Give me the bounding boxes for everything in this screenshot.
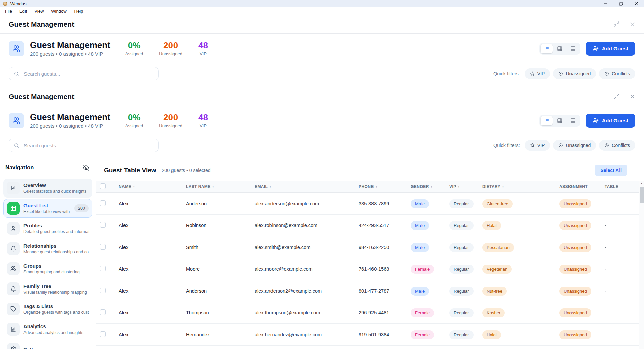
table-view-button[interactable] (567, 44, 579, 53)
guest-management-panel-2: Guest Management Guest Management 200 gu… (0, 88, 644, 160)
row-checkbox[interactable] (100, 200, 106, 206)
guest-table-section: Guest Table View 200 guests • 0 selected… (96, 160, 644, 349)
users-icon (7, 262, 20, 275)
menu-view[interactable]: View (31, 9, 47, 14)
row-checkbox[interactable] (100, 244, 106, 250)
cell-phone: 984-163-2250 (359, 245, 411, 250)
sidebar-item-groups[interactable]: Groups Smart grouping and clustering (3, 259, 92, 278)
scrollbar-thumb[interactable] (640, 187, 644, 203)
search-input[interactable] (9, 139, 159, 152)
table-row[interactable]: Alex Anderson alex.anderson@example.com … (96, 193, 644, 215)
table-row[interactable]: Alex Hernandez alex.hernandez@example.co… (96, 324, 644, 346)
vip-badge: Regular (449, 243, 474, 252)
column-header-assignment: ASSIGNMENT (559, 184, 605, 189)
gender-badge: Female (411, 308, 434, 317)
add-guest-button[interactable]: Add Guest (586, 42, 635, 56)
sidebar-item-settings[interactable]: Settings (3, 340, 92, 349)
column-header-phone[interactable]: PHONE↕ (359, 184, 411, 189)
collapse-panel-icon[interactable] (614, 21, 620, 27)
sidebar-item-tags-lists[interactable]: Tags & Lists Organize guests with tags a… (3, 300, 92, 318)
table-view-button[interactable] (567, 116, 579, 125)
cell-name: Alex (119, 201, 186, 206)
card-subtitle: 200 guests • 0 assigned • 48 VIP (30, 123, 110, 129)
column-header-last-name[interactable]: LAST NAME↕ (186, 184, 255, 189)
cell-email: alex.anderson2@example.com (255, 288, 359, 294)
column-header-gender[interactable]: GENDER↕ (411, 184, 449, 189)
minimize-button[interactable] (598, 0, 613, 7)
cell-last-name: Robinson (186, 223, 255, 228)
search-icon (14, 143, 19, 148)
vip-badge: Regular (449, 221, 474, 230)
sidebar-item-profiles[interactable]: Profiles Detailed guest profiles and inf… (3, 219, 92, 238)
menu-window[interactable]: Window (47, 9, 70, 14)
cell-last-name: Smith (186, 245, 255, 250)
dietary-badge: Pescatarian (482, 243, 514, 252)
table-row[interactable]: Alex Robinson alex.robinson@example.com … (96, 215, 644, 236)
table-view-title: Guest Table View (104, 167, 156, 174)
cell-name: Alex (119, 266, 186, 272)
cell-table: - (605, 332, 644, 337)
row-checkbox[interactable] (100, 331, 106, 337)
restore-button[interactable] (613, 0, 629, 7)
sidebar-item-analytics[interactable]: Analytics Advanced analytics and insight… (3, 320, 92, 339)
sort-icon: ↕ (376, 185, 378, 189)
sidebar-item-relationships[interactable]: Relationships Manage guest relationships… (3, 239, 92, 258)
table-row[interactable]: Alex Thompson alex.thompson@example.com … (96, 302, 644, 324)
gender-badge: Female (411, 330, 434, 339)
row-checkbox[interactable] (100, 222, 106, 228)
sidebar-item-overview[interactable]: Overview Guest statistics and quick insi… (3, 179, 92, 198)
assignment-badge: Unassigned (559, 287, 591, 296)
column-header-name[interactable]: NAME↑ (119, 184, 186, 189)
sidebar-item-family-tree[interactable]: Family Tree Visual family relationship m… (3, 279, 92, 298)
table-row[interactable]: Alex Moore alex.moore@example.com 761-46… (96, 258, 644, 280)
scroll-up-arrow-icon[interactable]: ▲ (639, 181, 644, 186)
filter-conflicts-button[interactable]: Conflicts (599, 68, 635, 79)
assignment-badge: Unassigned (559, 330, 591, 339)
grid-view-button[interactable] (554, 44, 566, 53)
row-checkbox[interactable] (100, 309, 106, 315)
grid-view-button[interactable] (554, 116, 566, 125)
column-header-vip[interactable]: VIP↕ (449, 184, 482, 189)
collapse-panel-icon[interactable] (614, 94, 620, 99)
filter-unassigned-button[interactable]: Unassigned (553, 140, 596, 151)
search-input[interactable] (9, 67, 159, 80)
filter-vip-button[interactable]: VIP (525, 68, 550, 79)
list-view-button[interactable] (541, 44, 553, 53)
eye-off-icon[interactable] (83, 165, 89, 171)
menu-edit[interactable]: Edit (16, 9, 31, 14)
gender-badge: Male (411, 199, 429, 208)
menu-file[interactable]: File (1, 9, 16, 14)
close-panel-icon[interactable] (630, 21, 635, 27)
select-all-checkbox[interactable] (100, 183, 106, 189)
dietary-badge: Gluten-free (482, 199, 513, 208)
row-checkbox[interactable] (100, 288, 106, 293)
filter-unassigned-button[interactable]: Unassigned (553, 68, 596, 79)
add-guest-button[interactable]: Add Guest (586, 114, 635, 128)
row-checkbox[interactable] (100, 266, 106, 271)
cell-table: - (605, 310, 644, 315)
column-header-email[interactable]: EMAIL↕ (255, 184, 359, 189)
table-row[interactable]: Alex Smith alex.smith@example.com 984-16… (96, 236, 644, 258)
close-button[interactable] (629, 0, 644, 7)
column-header-dietary[interactable]: DIETARY↕ (482, 184, 559, 189)
gender-badge: Male (411, 243, 429, 252)
select-all-button[interactable]: Select All (595, 165, 627, 176)
bell-icon (7, 282, 20, 295)
stat-unassigned: 200 Unassigned (159, 41, 182, 56)
dietary-badge: Nut-free (482, 287, 507, 296)
cell-email: alex.thompson@example.com (255, 310, 359, 315)
filter-vip-button[interactable]: VIP (525, 140, 550, 151)
list-view-button[interactable] (541, 116, 553, 125)
close-panel-icon[interactable] (630, 94, 635, 99)
stat-unassigned: 200 Unassigned (159, 113, 182, 128)
filter-conflicts-button[interactable]: Conflicts (599, 140, 635, 151)
table-row[interactable]: Alex Anderson alex.anderson2@example.com… (96, 280, 644, 302)
stat-assigned: 0% Assigned (125, 113, 143, 128)
menu-help[interactable]: Help (70, 9, 87, 14)
sidebar-item-guest-list[interactable]: Guest List Excel-like table view with so… (3, 199, 92, 218)
person-icon (7, 222, 20, 235)
user-plus-icon (593, 46, 599, 52)
users-icon (9, 113, 24, 128)
guest-management-panel-1: Guest Management Guest Management 200 gu… (0, 15, 644, 88)
vertical-scrollbar[interactable]: ▲ (639, 181, 644, 349)
